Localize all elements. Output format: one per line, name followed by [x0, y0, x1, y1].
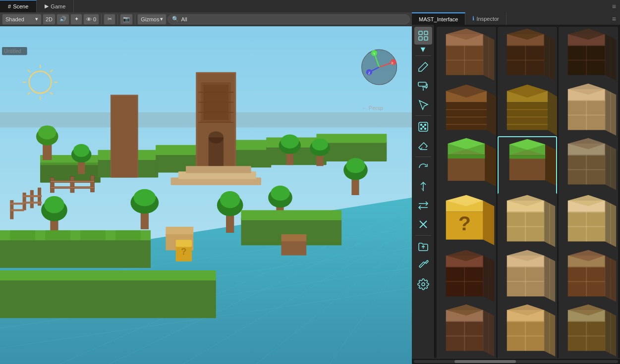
grid-item-stick[interactable] — [498, 82, 557, 141]
horizontal-scrollbar[interactable] — [412, 358, 620, 364]
svg-rect-80 — [0, 238, 151, 268]
svg-rect-88 — [0, 278, 216, 318]
audio-icon: 🔊 — [59, 16, 66, 22]
tab-game[interactable]: ▶ Game — [37, 0, 74, 12]
svg-rect-119 — [419, 31, 422, 35]
tab-mast-interface[interactable]: MAST_Interface — [412, 12, 465, 25]
svg-rect-28 — [50, 178, 54, 193]
grid-item-crate-side[interactable] — [559, 27, 618, 86]
svg-text:Untitled: Untitled — [4, 49, 21, 54]
tab-scene[interactable]: # Scene — [0, 0, 37, 12]
cancel-btn[interactable] — [414, 215, 432, 233]
svg-text:?: ? — [458, 212, 471, 235]
scene-svg: ? — [0, 26, 412, 364]
visibility-toggle[interactable]: 👁 0 — [83, 14, 99, 25]
tools-icon: ✂ — [108, 16, 112, 22]
scrollbar-track[interactable] — [414, 360, 618, 363]
tab-inspector[interactable]: ℹ Inspector — [465, 12, 506, 25]
toolbar: Shaded ▾ 2D 🔊 ✦ 👁 0 ✂ 📷 — [0, 12, 412, 26]
grid-item-crate-light[interactable] — [559, 193, 618, 253]
eye-icon: 👁 — [86, 16, 92, 22]
grid-palette-btn[interactable] — [414, 27, 432, 45]
swap-btn[interactable] — [414, 197, 432, 214]
grid-item-plank-dark[interactable] — [437, 82, 496, 141]
arrow-down-indicator: ▼ — [419, 46, 427, 53]
grid-item-crate-dark[interactable] — [498, 27, 557, 86]
wrench-btn[interactable] — [414, 257, 432, 274]
grid-item-soil-block[interactable] — [437, 303, 496, 358]
fx-icon: ✦ — [74, 16, 79, 22]
mast-sidebar: ▼ — [412, 25, 435, 358]
svg-rect-85 — [115, 230, 141, 240]
svg-marker-165 — [446, 102, 487, 130]
grid-item-grass-side[interactable] — [498, 136, 557, 196]
mast-tab-label: MAST_Interface — [419, 16, 458, 22]
tools-btn[interactable]: ✂ — [104, 14, 115, 25]
audio-toggle[interactable]: 🔊 — [56, 14, 69, 25]
svg-point-128 — [420, 128, 422, 130]
tab-menu-icon[interactable]: ≡ — [612, 2, 616, 10]
svg-point-126 — [420, 124, 422, 126]
camera-btn[interactable]: 📷 — [120, 14, 133, 25]
fx-toggle[interactable]: ✦ — [70, 14, 82, 25]
grid-item-sand-block[interactable] — [498, 193, 557, 253]
main-content: Shaded ▾ 2D 🔊 ✦ 👁 0 ✂ 📷 — [0, 12, 620, 364]
inspector-icon: ℹ — [472, 15, 474, 22]
grid-item-question-block[interactable]: ? — [437, 193, 496, 253]
svg-text:← Persp: ← Persp — [362, 105, 383, 111]
eraser-btn[interactable] — [414, 137, 432, 155]
search-bar[interactable]: 🔍 All — [168, 14, 410, 24]
block-grid: ? — [435, 25, 620, 358]
grid-item-plank-item[interactable] — [559, 136, 618, 196]
mast-panel: MAST_Interface ℹ Inspector ≡ — [412, 12, 620, 364]
toolbar-right: 🔍 All — [168, 14, 410, 24]
sidebar-sep-1 — [415, 55, 431, 56]
paint-roller-btn[interactable] — [414, 77, 432, 95]
grid-item-wood-plank[interactable] — [559, 248, 618, 308]
grid-item-carved-block[interactable] — [498, 303, 557, 358]
svg-rect-91 — [166, 227, 193, 234]
svg-point-73 — [220, 191, 240, 208]
select-btn[interactable] — [414, 96, 432, 113]
svg-rect-120 — [424, 31, 428, 35]
grid-item-plank-light[interactable] — [559, 82, 618, 141]
refresh-btn[interactable] — [414, 159, 432, 177]
svg-rect-32 — [50, 187, 94, 189]
panel-menu-btn[interactable]: ≡ — [608, 12, 620, 25]
folder-btn[interactable] — [414, 238, 432, 256]
move-y-btn[interactable]: Y — [414, 178, 432, 196]
viewport[interactable]: ? — [0, 26, 412, 364]
top-tab-bar: # Scene ▶ Game ≡ — [0, 0, 620, 12]
2d-toggle[interactable]: 2D — [43, 14, 56, 25]
svg-point-61 — [281, 134, 298, 148]
svg-text:Y: Y — [421, 188, 423, 191]
random-btn[interactable] — [414, 118, 432, 136]
svg-point-79 — [346, 158, 365, 173]
grid-item-ornate-block[interactable] — [498, 248, 557, 308]
scrollbar-thumb[interactable] — [454, 360, 516, 363]
tab-spacer — [507, 12, 608, 25]
sidebar-sep-3 — [415, 156, 431, 157]
svg-rect-34 — [30, 190, 34, 208]
grid-item-crate-wood[interactable] — [437, 27, 496, 86]
svg-marker-190 — [485, 144, 497, 186]
svg-marker-196 — [545, 145, 556, 186]
svg-text:Z: Z — [368, 71, 371, 75]
grid-item-grass-block[interactable] — [437, 136, 496, 196]
toolbar-sep-3 — [135, 14, 135, 24]
svg-point-67 — [44, 196, 64, 213]
game-tab-label: Game — [51, 3, 65, 9]
search-icon: 🔍 — [172, 16, 179, 22]
svg-point-70 — [134, 189, 156, 206]
gizmos-dropdown[interactable]: Gizmos ▾ — [137, 14, 167, 25]
gear-btn[interactable] — [414, 275, 432, 293]
2d-label: 2D — [46, 16, 53, 22]
pencil-btn[interactable] — [414, 58, 432, 76]
shaded-dropdown[interactable]: Shaded ▾ — [2, 14, 42, 25]
shaded-label: Shaded — [5, 16, 24, 22]
grid-item-dark-block[interactable] — [437, 248, 496, 308]
svg-marker-197 — [509, 156, 546, 159]
svg-point-129 — [424, 128, 426, 130]
svg-marker-173 — [548, 91, 557, 135]
grid-item-fancy-crate[interactable] — [559, 303, 618, 358]
